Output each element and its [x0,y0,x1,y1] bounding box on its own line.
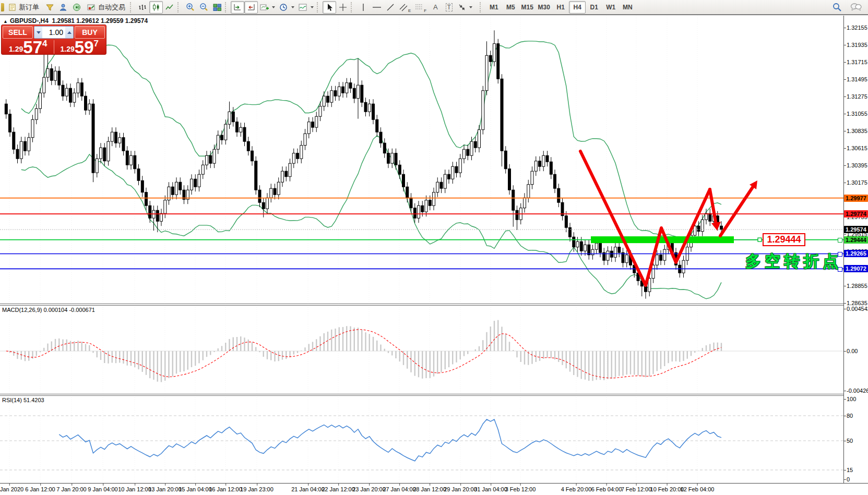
auto-scroll-button[interactable] [231,1,244,14]
text-label-button[interactable]: T [442,1,456,14]
arrows-button[interactable] [456,1,474,14]
rsi-pane-separator[interactable] [0,394,843,396]
signal-button[interactable] [70,1,84,14]
macd-signal-line [6,330,721,378]
tile-windows-button[interactable] [210,1,224,14]
toolbar-gripper[interactable] [225,2,230,13]
timeframe-button-d1[interactable]: D1 [586,1,602,14]
mt4-window: 新订单 自动交易 [0,0,868,495]
turning-point-annotation[interactable]: 多空转折点 [745,251,842,272]
fibonacci-icon [415,3,423,11]
timeframe-button-h1[interactable]: H1 [552,1,569,14]
time-axis-label: 7 Jan 20:00 [56,486,87,492]
price-label-chip: 1.29444 [844,236,868,244]
new-chart-icon [260,3,269,11]
cursor-button[interactable] [323,1,336,14]
macd-pane[interactable] [0,305,868,394]
price-label-chip: 1.29265 [844,250,868,257]
candlestick-chart-icon [152,3,161,11]
chat-button[interactable] [848,1,864,14]
chart-shift-button[interactable] [244,1,258,14]
candlestick-chart-button[interactable] [149,1,163,14]
timeframe-button-m30[interactable]: M30 [536,1,552,14]
vertical-line-button[interactable] [356,1,370,14]
macd-pane-separator[interactable] [0,304,843,306]
bollinger-upper-band [21,41,721,238]
trendline-button[interactable] [384,1,397,14]
sell-price-big: 57 [23,41,42,54]
time-axis-label: 31 Jan 04:00 [474,486,507,492]
timeframe-button-m15[interactable]: M15 [519,1,536,14]
volume-spinner: 1.00 [34,26,74,39]
chat-icon [850,3,862,11]
price-tick: 1.30395 [847,162,867,168]
zoom-out-button[interactable] [197,1,210,14]
timeframe-button-h4[interactable]: H4 [569,1,586,14]
projection-arrow [720,186,754,236]
dropdown-arrow [469,6,472,8]
channel-letter: E [408,8,411,13]
zoom-in-button[interactable] [183,1,197,14]
volume-input[interactable]: 1.00 [42,27,65,38]
fibonacci-letter: F [424,8,426,13]
new-chart-button[interactable] [258,1,277,14]
line-chart-button[interactable] [163,1,176,14]
timeframe-button-m1[interactable]: M1 [485,1,502,14]
search-button[interactable] [830,1,844,14]
price-tick: 1.28855 [847,283,867,289]
bar-chart-icon [138,3,147,11]
time-axis-label: 23 Jan 20:00 [352,486,386,492]
pullback-arrowhead [711,222,721,231]
anchor-square [758,238,762,242]
indicators-button[interactable] [296,1,316,14]
toolbar-gripper[interactable] [480,2,484,13]
time-axis-label: 4 Feb 20:00 [561,486,592,492]
candles-layer [5,30,722,299]
sell-price[interactable]: 1.29574 [3,39,54,55]
rsi-line [59,419,721,461]
timeframe-button-mn[interactable]: MN [619,1,636,14]
toolbar-gripper[interactable] [130,2,135,13]
terminal-button[interactable] [56,1,70,14]
one-click-trading-panel: SELL 1.00 BUY 1.29574 1.29597 [1,25,106,55]
buy-button[interactable]: BUY [75,26,105,39]
sell-button[interactable]: SELL [3,26,33,39]
macd-label: MACD(12,26,9) 0.000104 -0.000671 [2,307,95,313]
toolbar: 新订单 自动交易 [0,0,868,15]
timeframe-button-w1[interactable]: W1 [602,1,619,14]
crosshair-button[interactable] [336,1,350,14]
volume-increase-button[interactable] [65,27,73,38]
time-axis-label: 22 Jan 12:00 [322,486,355,492]
volume-decrease-button[interactable] [34,27,42,38]
timeframe-button-m5[interactable]: M5 [502,1,519,14]
toolbar-gripper[interactable] [317,2,322,13]
fibonacci-button[interactable]: F [413,1,429,14]
support-price-callout[interactable]: 1.29444 [763,233,805,246]
damper-button[interactable] [43,1,56,14]
time-axis-label: 7 Feb 12:00 [621,486,652,492]
macd-tick: -0.004262 [847,388,868,394]
toolbar-gripper[interactable] [177,2,182,13]
chart-shift-icon [247,3,256,11]
chart-title: ▲GBPUSD-,H4 1.29581 1.29612 1.29559 1.29… [3,17,148,25]
main-chart-pane[interactable] [0,16,868,304]
channel-button[interactable]: E [397,1,413,14]
text-button[interactable]: A [429,1,442,14]
buy-price-prefix: 1.29 [61,45,75,53]
zoom-in-icon [185,3,195,11]
collapse-panel-arrow[interactable]: ▲ [3,19,8,24]
time-axis-label: 29 Jan 20:00 [444,486,477,492]
rsi-pane[interactable] [0,395,868,483]
horizontal-line-icon [372,3,382,11]
new-order-button[interactable]: 新订单 [5,1,43,14]
horizontal-line-button[interactable] [370,1,384,14]
bar-chart-button[interactable] [136,1,149,14]
auto-trading-button[interactable]: 自动交易 [84,1,129,14]
time-axis-label: 3 Feb 12:00 [505,486,536,492]
price-tick: 1.31495 [847,76,867,82]
price-tick: 1.30615 [847,145,867,151]
periods-button[interactable] [277,1,296,14]
zoom-out-icon [199,3,208,11]
buy-price[interactable]: 1.29597 [54,39,105,55]
toolbar-gripper[interactable] [351,2,355,13]
